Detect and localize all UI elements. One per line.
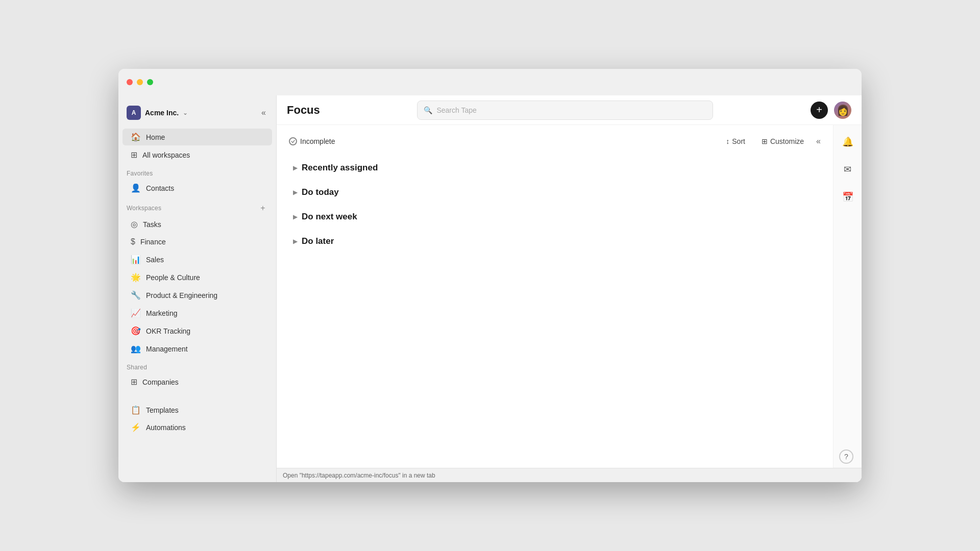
collapse-panel-button[interactable]: « — [816, 137, 821, 146]
workspaces-section-header: Workspaces + — [118, 197, 276, 215]
sidebar: A Acme Inc. ⌄ « 🏠 Home ⊞ All workspaces … — [118, 95, 277, 482]
sidebar-item-label: All workspaces — [142, 151, 190, 159]
sort-icon: ↕ — [726, 137, 729, 145]
sidebar-item-label: Marketing — [146, 309, 177, 317]
app-window: A Acme Inc. ⌄ « 🏠 Home ⊞ All workspaces … — [118, 69, 862, 482]
okr-icon: 🎯 — [131, 326, 141, 336]
right-panel: 🔔 ✉ 📅 — [833, 125, 862, 468]
finance-icon: $ — [131, 237, 135, 246]
companies-icon: ⊞ — [131, 377, 137, 387]
sidebar-item-all-workspaces[interactable]: ⊞ All workspaces — [122, 146, 272, 163]
sidebar-item-okr-tracking[interactable]: 🎯 OKR Tracking — [122, 322, 272, 339]
sidebar-item-label: OKR Tracking — [146, 327, 190, 335]
search-bar[interactable]: 🔍 Search Tape — [417, 101, 713, 120]
page-title: Focus — [287, 104, 320, 117]
focus-group-header[interactable]: ▶ Do today — [289, 182, 821, 203]
shared-section-label: Shared — [118, 358, 276, 373]
sidebar-item-management[interactable]: 👥 Management — [122, 340, 272, 357]
close-button[interactable] — [127, 79, 133, 85]
sidebar-item-label: Product & Engineering — [146, 291, 217, 299]
chevron-right-icon: ▶ — [293, 238, 298, 245]
focus-group-title: Do later — [302, 236, 334, 246]
templates-icon: 📋 — [131, 405, 141, 415]
titlebar — [118, 69, 862, 95]
notifications-button[interactable]: 🔔 — [839, 133, 856, 151]
sales-icon: 📊 — [131, 255, 141, 264]
sidebar-item-product-engineering[interactable]: 🔧 Product & Engineering — [122, 287, 272, 304]
sidebar-item-finance[interactable]: $ Finance — [122, 234, 272, 250]
focus-group-title: Do today — [302, 187, 339, 197]
toolbar-actions: ↕ Sort ⊞ Customize « — [722, 135, 821, 147]
customize-icon: ⊞ — [762, 137, 768, 145]
sidebar-item-label: Home — [146, 133, 165, 141]
header-center: 🔍 Search Tape — [320, 101, 811, 120]
help-icon: ? — [844, 453, 848, 461]
workspace-avatar: A — [127, 106, 141, 120]
focus-group-recently-assigned: ▶ Recently assigned — [289, 158, 821, 178]
favorites-section-label: Favorites — [118, 164, 276, 179]
sidebar-item-sales[interactable]: 📊 Sales — [122, 251, 272, 268]
grid-icon: ⊞ — [131, 150, 137, 160]
status-bar: Open "https://tapeapp.com/acme-inc/focus… — [277, 468, 862, 482]
tasks-icon: ◎ — [131, 219, 138, 229]
sidebar-item-people-culture[interactable]: 🌟 People & Culture — [122, 269, 272, 286]
content-main: Incomplete ↕ Sort ⊞ Customize « — [277, 125, 833, 468]
workspace-chevron-icon: ⌄ — [183, 109, 188, 116]
minimize-button[interactable] — [137, 79, 143, 85]
search-icon: 🔍 — [424, 106, 432, 114]
status-filter[interactable]: Incomplete — [289, 137, 335, 145]
workspace-name: Acme Inc. — [145, 109, 179, 117]
chevron-right-icon: ▶ — [293, 164, 298, 171]
help-button[interactable]: ? — [839, 449, 853, 464]
calendar-button[interactable]: 📅 — [839, 188, 856, 206]
home-icon: 🏠 — [131, 132, 141, 142]
sidebar-header: A Acme Inc. ⌄ « — [118, 102, 276, 128]
chevron-right-icon: ▶ — [293, 189, 298, 196]
status-bar-url: Open "https://tapeapp.com/acme-inc/focus… — [283, 472, 435, 479]
messages-button[interactable]: ✉ — [839, 161, 856, 178]
sort-button[interactable]: ↕ Sort — [722, 135, 749, 147]
fullscreen-button[interactable] — [147, 79, 153, 85]
workspaces-section-label: Workspaces — [127, 205, 161, 212]
sidebar-item-marketing[interactable]: 📈 Marketing — [122, 305, 272, 321]
avatar[interactable]: 👩 — [834, 102, 851, 119]
sidebar-item-label: Companies — [142, 378, 179, 386]
sidebar-item-tasks[interactable]: ◎ Tasks — [122, 216, 272, 233]
main-content: Focus 🔍 Search Tape + 👩 — [277, 95, 862, 482]
focus-group-do-today: ▶ Do today — [289, 182, 821, 203]
sidebar-item-companies[interactable]: ⊞ Companies — [122, 373, 272, 390]
focus-group-header[interactable]: ▶ Do next week — [289, 207, 821, 227]
sort-label: Sort — [732, 137, 745, 145]
header-right: + 👩 — [811, 102, 851, 119]
add-workspace-button[interactable]: + — [258, 203, 268, 213]
sidebar-item-label: Contacts — [146, 184, 174, 192]
status-label: Incomplete — [300, 137, 335, 145]
search-input[interactable]: Search Tape — [436, 106, 476, 114]
sidebar-item-templates[interactable]: 📋 Templates — [122, 402, 272, 418]
sidebar-item-automations[interactable]: ⚡ Automations — [122, 419, 272, 436]
focus-group-title: Recently assigned — [302, 163, 378, 173]
sidebar-item-label: Sales — [146, 256, 164, 264]
sidebar-item-contacts[interactable]: 👤 Contacts — [122, 180, 272, 196]
content-area: Incomplete ↕ Sort ⊞ Customize « — [277, 125, 862, 468]
avatar-image: 👩 — [837, 104, 849, 116]
customize-button[interactable]: ⊞ Customize — [757, 135, 808, 147]
workspace-selector[interactable]: A Acme Inc. ⌄ — [127, 106, 188, 120]
product-engineering-icon: 🔧 — [131, 290, 141, 300]
chevron-right-icon: ▶ — [293, 213, 298, 220]
contacts-icon: 👤 — [131, 183, 141, 193]
sidebar-item-label: Templates — [146, 406, 179, 414]
marketing-icon: 📈 — [131, 308, 141, 318]
sidebar-item-label: Automations — [146, 423, 186, 432]
check-icon — [290, 139, 296, 144]
add-button[interactable]: + — [811, 102, 828, 119]
sidebar-item-label: Tasks — [143, 220, 161, 229]
focus-group-header[interactable]: ▶ Recently assigned — [289, 158, 821, 178]
sidebar-item-home[interactable]: 🏠 Home — [122, 129, 272, 145]
management-icon: 👥 — [131, 344, 141, 354]
sidebar-collapse-button[interactable]: « — [259, 106, 268, 119]
focus-group-do-next-week: ▶ Do next week — [289, 207, 821, 227]
focus-group-header[interactable]: ▶ Do later — [289, 231, 821, 252]
content-toolbar: Incomplete ↕ Sort ⊞ Customize « — [289, 135, 821, 147]
incomplete-status-icon — [289, 137, 297, 145]
